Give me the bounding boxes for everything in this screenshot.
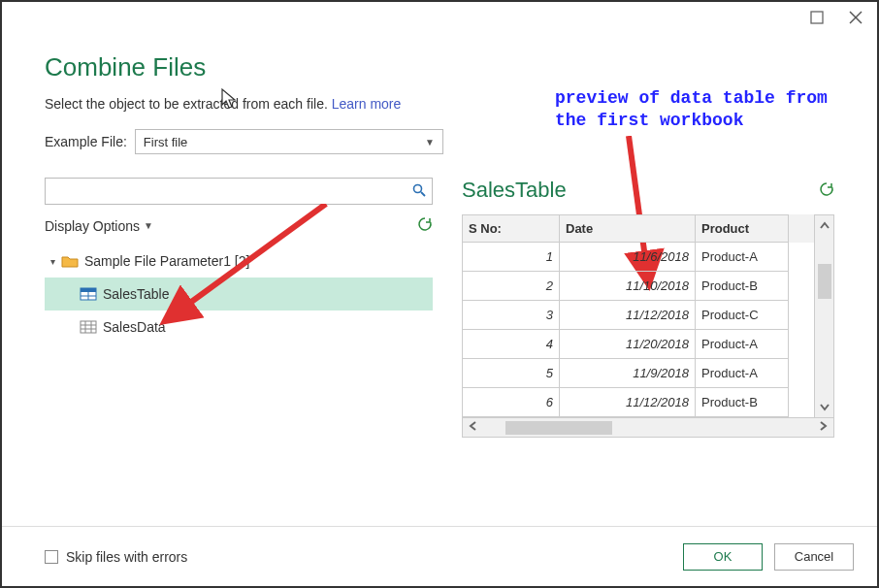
table-row: 411/20/2018Product-A <box>463 330 814 359</box>
svg-rect-0 <box>811 12 823 23</box>
cell: 11/6/2018 <box>560 243 696 272</box>
cell: 5 <box>463 359 560 388</box>
search-box[interactable] <box>45 178 433 205</box>
ok-button[interactable]: OK <box>683 543 763 571</box>
close-icon[interactable] <box>842 8 869 27</box>
folder-icon <box>61 254 79 268</box>
cell: 11/10/2018 <box>560 272 696 301</box>
example-file-dropdown[interactable]: First file ▼ <box>135 129 443 154</box>
table-header-row: S No: Date Product <box>463 214 814 243</box>
maximize-icon[interactable] <box>803 8 830 27</box>
table-row: 611/12/2018Product-B <box>463 388 814 417</box>
vertical-scrollbar[interactable] <box>814 214 833 417</box>
cell: 11/12/2018 <box>560 301 696 330</box>
table-row: 511/9/2018Product-A <box>463 359 814 388</box>
dialog-title: Combine Files <box>45 52 834 82</box>
cell: 3 <box>463 301 560 330</box>
table-icon <box>80 287 97 301</box>
example-file-value: First file <box>144 135 188 149</box>
cell: Product-C <box>696 301 789 330</box>
preview-title: SalesTable <box>462 178 567 203</box>
svg-rect-13 <box>81 321 96 333</box>
learn-more-link[interactable]: Learn more <box>332 96 402 112</box>
table-row: 211/10/2018Product-B <box>463 272 814 301</box>
scroll-thumb[interactable] <box>505 421 612 435</box>
cell: Product-A <box>696 359 789 388</box>
tree-item-salestable[interactable]: SalesTable <box>45 278 433 310</box>
cell: 2 <box>463 272 560 301</box>
refresh-icon[interactable] <box>417 216 433 235</box>
cell: 1 <box>463 243 560 272</box>
scroll-thumb[interactable] <box>818 264 831 299</box>
cell: 6 <box>463 388 560 417</box>
example-file-label: Example File: <box>45 134 127 149</box>
object-tree: ▾ Sample File Parameter1 [2] SalesTable <box>45 245 433 343</box>
checkbox-icon <box>45 550 58 564</box>
subtitle-text: Select the object to be extracted from e… <box>45 96 332 112</box>
tree-root[interactable]: ▾ Sample File Parameter1 [2] <box>45 245 433 278</box>
tree-item-label: SalesTable <box>103 286 170 302</box>
col-header-sno[interactable]: S No: <box>463 214 560 243</box>
col-header-product[interactable]: Product <box>696 214 789 243</box>
annotation-text: preview of data table from the first wor… <box>555 87 856 131</box>
tree-item-salesdata[interactable]: SalesData <box>45 310 433 343</box>
cell: Product-B <box>696 272 789 301</box>
svg-line-8 <box>421 192 425 196</box>
preview-grid: S No: Date Product 111/6/2018Product-A 2… <box>462 214 834 418</box>
scroll-down-icon[interactable] <box>815 396 833 417</box>
search-icon <box>412 183 426 200</box>
example-file-row: Example File: First file ▼ <box>45 129 834 154</box>
skip-errors-label: Skip files with errors <box>66 549 187 565</box>
scroll-left-icon[interactable] <box>463 420 484 435</box>
combine-files-dialog: preview of data table from the first wor… <box>0 0 879 588</box>
cell: 11/12/2018 <box>560 388 696 417</box>
chevron-down-icon: ▼ <box>144 220 153 231</box>
dialog-footer: Skip files with errors OK Cancel <box>2 526 877 586</box>
collapse-icon[interactable]: ▾ <box>50 256 55 267</box>
tree-item-label: SalesData <box>103 319 166 335</box>
cursor-icon <box>220 87 240 111</box>
skip-errors-checkbox[interactable]: Skip files with errors <box>45 549 187 565</box>
cell: Product-B <box>696 388 789 417</box>
col-header-date[interactable]: Date <box>560 214 696 243</box>
svg-point-7 <box>414 184 422 192</box>
cell: Product-A <box>696 243 789 272</box>
titlebar <box>2 2 877 33</box>
scroll-right-icon[interactable] <box>812 420 833 435</box>
chevron-down-icon: ▼ <box>425 137 435 147</box>
cell: 11/9/2018 <box>560 359 696 388</box>
display-options-dropdown[interactable]: Display Options ▼ <box>45 218 153 234</box>
preview-pane: SalesTable S No: Date Product 111/6/2018… <box>462 178 834 438</box>
display-options-label: Display Options <box>45 218 140 234</box>
dialog-body: preview of data table from the first wor… <box>2 33 877 526</box>
horizontal-scrollbar[interactable] <box>462 418 834 438</box>
cell: 4 <box>463 330 560 359</box>
refresh-preview-icon[interactable] <box>819 178 834 203</box>
cancel-button[interactable]: Cancel <box>774 543 854 571</box>
navigator-pane: Display Options ▼ ▾ Sample File Paramete… <box>45 178 433 438</box>
scroll-up-icon[interactable] <box>815 215 833 237</box>
cell: Product-A <box>696 330 789 359</box>
table-row: 311/12/2018Product-C <box>463 301 814 330</box>
cell: 11/20/2018 <box>560 330 696 359</box>
table-row: 111/6/2018Product-A <box>463 243 814 272</box>
tree-root-label: Sample File Parameter1 [2] <box>84 253 249 269</box>
search-input[interactable] <box>51 183 412 200</box>
worksheet-icon <box>80 320 97 334</box>
